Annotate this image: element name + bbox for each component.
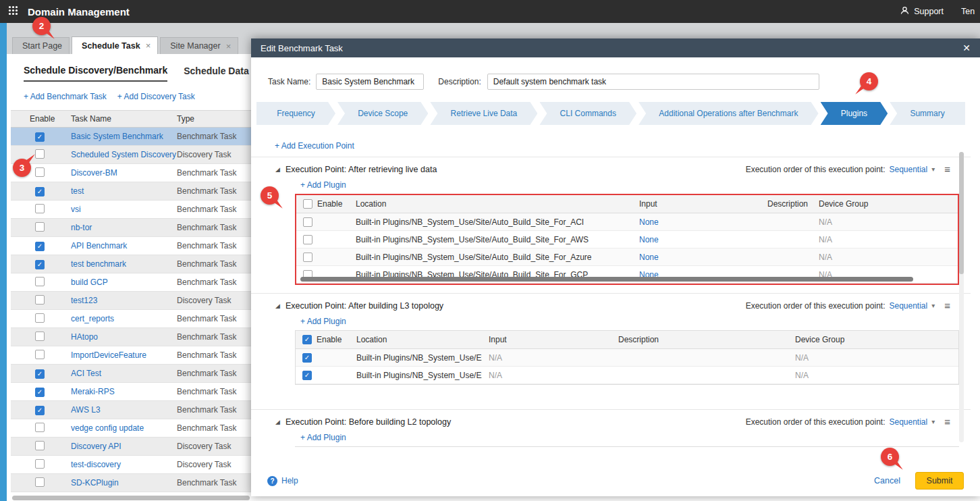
task-enable-checkbox[interactable]: ✓ — [35, 132, 45, 142]
add-benchmark-task-link[interactable]: + Add Benchmark Task — [24, 92, 107, 101]
wizard-step-retrieve-live-data[interactable]: Retrieve Live Data — [430, 102, 537, 125]
task-name-link[interactable]: HAtopo — [71, 332, 177, 342]
task-row[interactable]: vsiBenchmark Task — [11, 201, 258, 219]
task-name-link[interactable]: test123 — [71, 296, 177, 305]
task-name-link[interactable]: Discovery API — [71, 442, 177, 451]
plugin-enable-checkbox[interactable]: ✓ — [302, 371, 312, 380]
task-name-link[interactable]: test-discovery — [71, 460, 177, 469]
plugin-enable-checkbox[interactable] — [303, 253, 312, 262]
add-execution-point-link[interactable]: + Add Execution Point — [275, 141, 354, 151]
task-row[interactable]: test-discoveryDiscovery Task — [11, 456, 258, 474]
task-enable-checkbox[interactable] — [35, 332, 45, 341]
plugin-enable-checkbox[interactable] — [303, 235, 312, 244]
description-input[interactable] — [487, 74, 819, 90]
task-name-link[interactable]: test benchmark — [71, 259, 177, 269]
task-enable-checkbox[interactable]: ✓ — [35, 187, 45, 196]
task-name-link[interactable]: Scheduled System Discovery — [71, 150, 177, 159]
task-enable-checkbox[interactable] — [35, 277, 45, 286]
task-row[interactable]: ✓test benchmarkBenchmark Task — [11, 255, 258, 273]
task-enable-checkbox[interactable] — [35, 313, 45, 323]
horizontal-scrollbar[interactable] — [300, 277, 913, 282]
plugin-input[interactable]: None — [632, 235, 761, 244]
task-row[interactable]: build GCPBenchmark Task — [11, 273, 258, 292]
submit-button[interactable]: Submit — [915, 472, 964, 490]
scrollbar-thumb[interactable] — [959, 152, 964, 274]
task-name-link[interactable]: ACI Test — [71, 369, 177, 378]
task-enable-checkbox[interactable] — [35, 477, 45, 487]
tenant-button[interactable]: Ten — [961, 7, 980, 16]
add-plugin-link[interactable]: + Add Plugin — [300, 317, 346, 326]
task-name-link[interactable]: API Benchmark — [71, 241, 177, 250]
menu-icon[interactable]: ≡ — [944, 300, 950, 311]
wizard-step-device-scope[interactable]: Device Scope — [337, 102, 428, 125]
task-row[interactable]: Discover-BMBenchmark Task — [11, 164, 258, 182]
task-row[interactable]: ✓Basic System BenchmarkBenchmark Task — [11, 128, 258, 146]
collapse-icon[interactable]: ◢ — [275, 419, 280, 425]
task-row[interactable]: Scheduled System DiscoveryDiscovery Task — [11, 146, 258, 164]
plugin-input[interactable]: None — [632, 253, 761, 262]
wizard-step-additional-operations-after-benchmark[interactable]: Additional Operations after Benchmark — [638, 102, 818, 125]
task-name-link[interactable]: build GCP — [71, 278, 177, 287]
task-enable-checkbox[interactable] — [35, 222, 45, 232]
task-enable-checkbox[interactable]: ✓ — [35, 388, 45, 397]
task-row[interactable]: cert_reportsBenchmark Task — [11, 310, 258, 328]
task-name-link[interactable]: Basic System Benchmark — [71, 132, 177, 141]
menu-icon[interactable]: ≡ — [944, 163, 950, 175]
task-enable-checkbox[interactable] — [35, 423, 45, 432]
select-all-checkbox[interactable] — [303, 199, 312, 209]
exec-order-dropdown[interactable]: Sequential — [889, 301, 927, 311]
close-icon[interactable]: × — [226, 41, 232, 51]
task-name-link[interactable]: nb-tor — [71, 223, 177, 232]
plugin-enable-checkbox[interactable] — [303, 217, 312, 227]
wizard-step-summary[interactable]: Summary — [890, 102, 965, 125]
task-name-link[interactable]: vedge config update — [71, 423, 177, 433]
add-discovery-task-link[interactable]: + Add Discovery Task — [117, 92, 195, 101]
task-enable-checkbox[interactable]: ✓ — [35, 369, 45, 379]
wizard-step-frequency[interactable]: Frequency — [256, 102, 335, 125]
exec-order-dropdown[interactable]: Sequential — [889, 165, 927, 174]
close-icon[interactable]: ✕ — [962, 43, 971, 53]
task-row[interactable]: nb-torBenchmark Task — [11, 219, 258, 237]
task-name-link[interactable]: test — [71, 186, 177, 196]
task-enable-checkbox[interactable]: ✓ — [35, 242, 45, 251]
task-name-link[interactable]: Meraki-RPS — [71, 387, 177, 396]
task-name-link[interactable]: vsi — [71, 205, 177, 214]
add-plugin-link[interactable]: + Add Plugin — [300, 180, 346, 190]
task-enable-checkbox[interactable] — [35, 459, 45, 469]
wizard-step-cli-commands[interactable]: CLI Commands — [539, 102, 636, 125]
panel-horizontal-scrollbar[interactable] — [12, 496, 250, 500]
tab-start-page[interactable]: Start Page — [12, 37, 70, 54]
task-enable-checkbox[interactable]: ✓ — [35, 260, 45, 269]
support-button[interactable]: Support — [900, 5, 944, 18]
exec-order-dropdown[interactable]: Sequential — [889, 417, 927, 427]
cancel-button[interactable]: Cancel — [874, 476, 900, 485]
task-enable-checkbox[interactable] — [35, 204, 45, 213]
task-enable-checkbox[interactable]: ✓ — [35, 406, 45, 415]
collapse-icon[interactable]: ◢ — [275, 302, 280, 309]
task-row[interactable]: Discovery APIDiscovery Task — [11, 438, 258, 456]
subtab-schedule-discovery-benchmark[interactable]: Schedule Discovery/Benchmark — [24, 65, 167, 82]
task-enable-checkbox[interactable] — [35, 350, 45, 359]
tab-site-manager[interactable]: Site Manager × — [160, 37, 238, 54]
wizard-step-plugins[interactable]: Plugins — [821, 102, 888, 125]
task-enable-checkbox[interactable] — [35, 295, 45, 305]
task-enable-checkbox[interactable] — [35, 441, 45, 450]
task-row[interactable]: ✓API BenchmarkBenchmark Task — [11, 237, 258, 255]
task-name-input[interactable] — [316, 74, 424, 90]
plugin-enable-checkbox[interactable]: ✓ — [302, 353, 312, 363]
help-button[interactable]: ? Help — [267, 476, 298, 486]
task-row[interactable]: ✓AWS L3Benchmark Task — [11, 401, 258, 419]
collapse-icon[interactable]: ◢ — [275, 166, 280, 173]
task-enable-checkbox[interactable] — [35, 167, 45, 177]
task-row[interactable]: ✓testBenchmark Task — [11, 182, 258, 201]
app-grid-icon[interactable] — [8, 5, 18, 18]
task-row[interactable]: ✓ACI TestBenchmark Task — [11, 365, 258, 383]
task-row[interactable]: ✓Meraki-RPSBenchmark Task — [11, 383, 258, 401]
vertical-scrollbar[interactable] — [959, 152, 964, 442]
task-row[interactable]: vedge config updateBenchmark Task — [11, 419, 258, 438]
task-name-link[interactable]: Discover-BM — [71, 168, 177, 178]
task-row[interactable]: SD-KCPluginBenchmark Task — [11, 474, 258, 492]
tab-schedule-task[interactable]: Schedule Task × — [72, 36, 158, 54]
task-row[interactable]: HAtopoBenchmark Task — [11, 328, 258, 346]
select-all-checkbox[interactable]: ✓ — [302, 335, 312, 344]
